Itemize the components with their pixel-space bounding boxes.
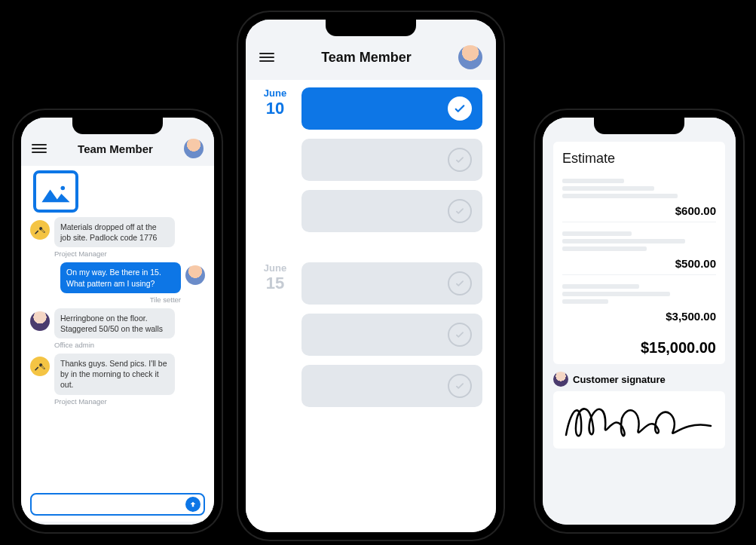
estimate-line-item: $3,500.00 [562, 280, 716, 327]
chat-bubble[interactable]: Thanks guys. Send pics. I'll be by in th… [54, 354, 175, 395]
menu-icon[interactable] [259, 53, 274, 62]
sender-role: Project Manager [54, 250, 205, 258]
estimate-line-item: $600.00 [562, 174, 716, 222]
task-card[interactable] [301, 262, 482, 305]
date-day: 15 [259, 274, 291, 293]
calendar-day-group: June 10 [259, 87, 482, 232]
date-month: June [259, 262, 291, 274]
date-label: June 15 [259, 262, 291, 293]
signature-label: Customer signature [573, 374, 666, 385]
avatar[interactable] [184, 139, 204, 158]
date-month: June [259, 87, 291, 99]
line-amount: $600.00 [562, 201, 716, 222]
estimate-card: Estimate $600.00 $500.00 [553, 142, 725, 364]
chat-bubble[interactable]: Herringbone on the floor. Staggered 50/5… [54, 308, 175, 338]
check-icon [448, 96, 472, 121]
estimate-body: Estimate $600.00 $500.00 [543, 118, 736, 525]
tools-avatar-icon [30, 220, 50, 240]
message-row: On my way. Be there in 15. What pattern … [30, 262, 205, 292]
customer-avatar [553, 372, 568, 387]
phone-notch [594, 118, 684, 134]
phone-calendar: Team Member June 10 [238, 12, 503, 540]
task-card[interactable] [301, 190, 482, 232]
message-row: Thanks guys. Send pics. I'll be by in th… [30, 354, 205, 395]
line-amount: $500.00 [562, 254, 716, 275]
estimate-total: $15,000.00 [562, 332, 716, 360]
menu-icon[interactable] [32, 144, 47, 153]
message-row: Materials dropped off at the job site. P… [30, 217, 205, 247]
image-icon [41, 184, 70, 204]
calendar-day-group: June 15 [259, 262, 482, 407]
estimate-title: Estimate [562, 151, 716, 167]
signature-header: Customer signature [553, 372, 725, 387]
image-attachment-placeholder[interactable] [33, 170, 78, 213]
user-avatar-icon [30, 311, 50, 331]
task-card[interactable] [301, 139, 482, 181]
chat-bubble[interactable]: Materials dropped off at the job site. P… [54, 217, 175, 247]
message-input[interactable] [30, 493, 205, 516]
signature-icon [560, 397, 718, 442]
sender-role: Office admin [54, 341, 205, 349]
message-row: Herringbone on the floor. Staggered 50/5… [30, 308, 205, 338]
chat-bubble[interactable]: On my way. Be there in 15. What pattern … [60, 262, 181, 292]
phone-estimate: Estimate $600.00 $500.00 [535, 110, 743, 532]
user-avatar-icon [185, 265, 205, 285]
line-amount: $3,500.00 [562, 307, 716, 327]
check-icon [448, 199, 472, 223]
date-day: 10 [259, 99, 291, 118]
check-icon [448, 148, 472, 172]
phone-notch [326, 20, 416, 36]
svg-marker-0 [41, 189, 69, 202]
sender-role: Tile setter [30, 295, 181, 304]
task-card[interactable] [301, 314, 482, 356]
avatar[interactable] [458, 45, 482, 69]
tools-avatar-icon [30, 357, 50, 376]
task-card[interactable] [301, 365, 482, 407]
send-button[interactable] [185, 497, 200, 512]
phone-chat: Team Member Materials dropped off at the… [14, 110, 222, 532]
header-title: Team Member [47, 142, 184, 155]
estimate-line-item: $500.00 [562, 227, 716, 275]
svg-point-1 [61, 186, 66, 191]
signature-box[interactable] [553, 391, 725, 449]
check-icon [448, 323, 472, 347]
date-label: June 10 [259, 87, 291, 118]
check-icon [448, 271, 472, 295]
phone-notch [72, 118, 163, 134]
calendar-body: June 10 [246, 80, 496, 532]
task-card-active[interactable] [301, 87, 482, 130]
header-title: Team Member [274, 50, 458, 66]
chat-body: Materials dropped off at the job site. P… [21, 166, 214, 522]
check-icon [448, 374, 472, 398]
sender-role: Project Manager [54, 397, 205, 406]
